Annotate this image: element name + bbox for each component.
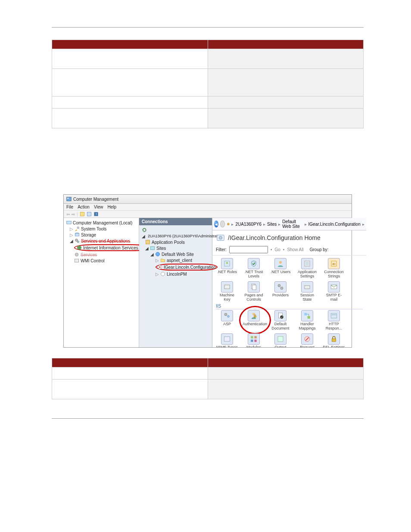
- tile-ssl[interactable]: SSL Settings: [323, 333, 345, 348]
- tile-authentication[interactable]: Authentication: [243, 310, 265, 331]
- conn-toolbar: [141, 227, 210, 233]
- svg-point-7: [77, 227, 79, 229]
- svg-rect-16: [146, 240, 150, 244]
- t2r1c1: [208, 380, 364, 399]
- tile-default-doc[interactable]: Default Document: [269, 310, 292, 331]
- conn-server[interactable]: ◢ 2UA1360PY6 (2UA1360PY6\Administrator: [141, 233, 210, 239]
- nav-back-icon[interactable]: ⇦: [66, 212, 70, 217]
- tree-wmi[interactable]: WMI Control: [65, 258, 138, 264]
- tile-app-settings[interactable]: Application Settings: [296, 258, 318, 279]
- tile-label: ASP: [223, 322, 231, 326]
- tile-conn-strings[interactable]: abConnection Strings: [323, 258, 345, 279]
- tile-net-users[interactable]: .NET Users: [269, 258, 292, 279]
- sites-icon: [150, 246, 155, 251]
- tile-label: Output Caching: [273, 345, 287, 348]
- wmi-icon: [74, 258, 79, 263]
- conn-igear-config[interactable]: IGear.Lincoln.Configuration: [141, 263, 210, 271]
- t2r1c0: [52, 380, 208, 399]
- tile-net-trust[interactable]: .NET Trust Levels: [243, 258, 265, 279]
- toolbar-icon-2[interactable]: [87, 212, 92, 217]
- tile-machine-key[interactable]: Machine Key: [216, 281, 238, 302]
- request-icon: [303, 335, 311, 343]
- filter-label: Filter:: [216, 247, 227, 252]
- tile-net-roles[interactable]: .NET Roles: [216, 258, 238, 279]
- tree-iis[interactable]: Internet Information Services (IIS): [65, 244, 138, 252]
- svg-rect-35: [252, 285, 256, 290]
- tile-handler[interactable]: Handler Mappings: [296, 310, 318, 331]
- tile-providers[interactable]: Providers: [269, 281, 292, 302]
- toolbar-icon-1[interactable]: [80, 212, 85, 217]
- crumb-2[interactable]: Sites: [267, 222, 277, 227]
- breadcrumb-bar: ◄ ▸ 2UA1360PY6 ▸ Sites ▸ Default Web Sit…: [212, 218, 366, 230]
- globe-icon: [155, 252, 160, 257]
- table1-header-0: [52, 40, 208, 49]
- body-paragraph-2: [52, 154, 364, 163]
- back-button[interactable]: ◄: [214, 221, 218, 227]
- handler-icon: [303, 312, 311, 320]
- t1r3c0: [52, 109, 208, 128]
- tree-system-tools[interactable]: ▷ System Tools: [65, 226, 138, 232]
- tile-http-resp[interactable]: HTTP Respon...: [323, 310, 345, 331]
- nav-fwd-icon[interactable]: ⇨: [72, 212, 75, 217]
- conn-server-label: 2UA1360PY6 (2UA1360PY6\Administrator: [148, 234, 221, 238]
- forward-button[interactable]: [220, 221, 225, 227]
- auth-icon: [250, 312, 258, 320]
- svg-text:?: ?: [95, 212, 97, 216]
- tile-pages-controls[interactable]: Pages and Controls: [243, 281, 265, 302]
- home-icon[interactable]: [227, 221, 230, 227]
- filter-input[interactable]: [229, 246, 268, 253]
- svg-point-42: [252, 313, 255, 315]
- tile-request[interactable]: Request Filtering: [296, 333, 318, 348]
- svg-rect-48: [331, 314, 337, 318]
- conn-app-pools[interactable]: Application Pools: [141, 239, 210, 245]
- iis-tiles: ASP Authentication Default Document Hand…: [216, 310, 363, 347]
- tree-storage[interactable]: ▷ Storage: [65, 232, 138, 238]
- svg-point-13: [75, 253, 78, 257]
- conn-sites[interactable]: ◢ Sites: [141, 245, 210, 251]
- svg-rect-6: [67, 221, 72, 224]
- svg-text:ab: ab: [332, 262, 336, 265]
- menu-file[interactable]: File: [66, 205, 73, 209]
- menu-view[interactable]: View: [94, 205, 103, 209]
- crumb-3[interactable]: Default Web Site: [282, 219, 302, 229]
- help-icon[interactable]: ?: [93, 212, 99, 217]
- showall-label[interactable]: Show All: [287, 247, 303, 252]
- tile-asp[interactable]: ASP: [216, 310, 238, 331]
- tile-modules[interactable]: Modules: [243, 333, 265, 348]
- footer-rule: [52, 418, 364, 424]
- tile-output[interactable]: Output Caching: [269, 333, 292, 348]
- aspnet-label: aspnet_client: [167, 258, 192, 263]
- folder-icon: [160, 258, 165, 263]
- crumb-4[interactable]: IGear.Lincoln.Configuration: [308, 222, 361, 227]
- filter-row: Filter: • Go • Show All Group by:: [212, 245, 366, 255]
- crumb-1[interactable]: 2UA1360PY6: [235, 222, 262, 227]
- tile-mime[interactable]: MIME Types: [216, 333, 238, 348]
- go-label[interactable]: Go: [275, 247, 280, 252]
- svg-rect-55: [278, 336, 283, 342]
- svg-point-25: [226, 262, 228, 264]
- asp-icon: [223, 312, 231, 320]
- tree-services[interactable]: Services: [65, 252, 138, 258]
- app-icon: [66, 196, 72, 202]
- tree-services-apps[interactable]: ◢ Services and Applications: [65, 238, 138, 244]
- tile-label: .NET Trust Levels: [245, 270, 263, 278]
- svg-point-26: [279, 261, 282, 264]
- conn-strings-icon: ab: [330, 260, 338, 268]
- menu-action[interactable]: Action: [78, 205, 90, 209]
- table-row: [52, 49, 364, 69]
- menu-help[interactable]: Help: [107, 205, 116, 209]
- conn-lincolnpm[interactable]: ▷ LincolnPM: [141, 271, 210, 277]
- app-pools-label: Application Pools: [152, 240, 185, 245]
- tree-root[interactable]: Computer Management (Local): [65, 220, 138, 226]
- window-titlebar[interactable]: Computer Management: [64, 195, 352, 204]
- table-row: [52, 69, 364, 96]
- table2-header-1: [208, 358, 364, 367]
- svg-point-37: [280, 287, 283, 289]
- tile-session-state[interactable]: Session State: [296, 281, 318, 302]
- svg-rect-51: [251, 336, 253, 338]
- conn-dws[interactable]: ◢ Default Web Site: [141, 251, 210, 257]
- tile-smtp[interactable]: SMTP E-mail: [323, 281, 345, 302]
- svg-rect-54: [255, 339, 257, 342]
- refresh-icon[interactable]: [142, 227, 147, 233]
- conn-aspnet[interactable]: ▷ aspnet_client: [141, 257, 210, 263]
